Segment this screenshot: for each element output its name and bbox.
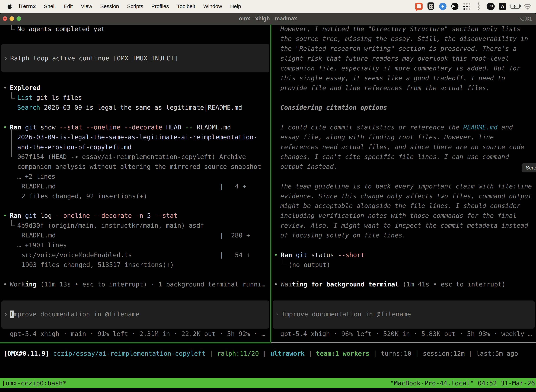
git-show-bullet: • — [3, 122, 7, 132]
inject-chevron: › — [4, 53, 8, 63]
git-log-stat-voice: src/voice/voiceModeEnabled.ts | 54 + — [21, 250, 250, 260]
menu-item-shell[interactable]: Shell — [40, 3, 60, 9]
right-prompt-text[interactable]: Improve documentation in @filename — [281, 309, 411, 319]
menu-item-toolbelt[interactable]: Toolbelt — [173, 3, 199, 9]
git-status-bullet: • — [274, 250, 278, 260]
git-show-output-line2: companion analysis without altering the … — [17, 162, 261, 172]
explored-search-line: Search 2026-03-09-is-legal-the-same-as-l… — [17, 103, 242, 112]
git-log-output-line1: 4b9d30f (origin/main, instructkr/main, m… — [17, 221, 204, 230]
git-show-filename-line1: 2026-03-09-is-legal-the-same-as-legitima… — [17, 132, 257, 142]
tree-connector — [282, 260, 286, 265]
reasoning-line: companion file, especially if more comme… — [280, 63, 520, 73]
working-status-line: Working (11m 13s • esc to interrupt) · 1… — [10, 280, 265, 289]
reasoning-line: the source tree, missing the essay. Stil… — [280, 34, 528, 44]
tree-connector — [11, 25, 15, 30]
git-status-command: Ran git status --short — [281, 250, 364, 260]
git-log-stat-readme: README.md | 280 + — [21, 230, 250, 240]
reasoning-line: might be acceptable alongside the file l… — [280, 201, 520, 211]
git-status-output: (no output) — [288, 260, 330, 270]
agents-note: No agents completed yet — [17, 24, 105, 34]
reasoning-line: this single essay, it seems like a good … — [280, 73, 505, 83]
right-prompt-chevron: › — [275, 309, 279, 319]
working-bullet: • — [3, 280, 7, 289]
menu-item-iterm2[interactable]: iTerm2 — [15, 3, 40, 9]
wifi-icon[interactable] — [523, 2, 531, 10]
left-prompt-chevron: › — [4, 309, 8, 319]
reasoning-line: provide file and line references from th… — [280, 83, 490, 93]
input-source-a-icon[interactable]: A — [498, 2, 507, 10]
menu-item-edit[interactable]: Edit — [60, 3, 77, 9]
badge-61-icon[interactable]: ..61 — [487, 3, 495, 10]
reasoning-line: evidence. Since this change only affects… — [280, 191, 532, 201]
blue-burst-icon[interactable] — [439, 2, 447, 10]
reasoning-line: the "Related research writing" section i… — [280, 44, 517, 54]
close-window-button[interactable] — [3, 16, 7, 21]
git-show-stat-readme: README.md | 4 + — [21, 182, 246, 191]
reasoning-line: changes, I can't cite specific file line… — [280, 152, 509, 162]
tmux-status-bar: [omx-cczip0:bash* "MacBook-Pro-44.local"… — [0, 378, 536, 388]
menu-item-help[interactable]: Help — [226, 3, 245, 9]
right-session-status: gpt-5.4 xhigh · 96% left · 520K in · 5.8… — [280, 329, 532, 339]
explored-title: Explored — [10, 83, 40, 93]
git-show-more-lines: … +2 lines — [17, 172, 55, 182]
tree-connector — [11, 129, 15, 157]
text-cursor: I — [10, 311, 14, 318]
window-title: omx --xhigh --madmax — [239, 15, 297, 22]
left-prompt-text[interactable]: Improve documentation in @filename — [10, 309, 139, 319]
left-session-status: gpt-5.4 xhigh · main · 91% left · 2.31M … — [10, 329, 265, 339]
menu-item-session[interactable]: Session — [96, 3, 123, 9]
menu-item-profiles[interactable]: Profiles — [147, 3, 173, 9]
menu-item-window[interactable]: Window — [199, 3, 226, 9]
tmux-session-name: [omx-cczip0:bash* — [0, 379, 67, 387]
git-log-more-lines: … +1901 lines — [17, 240, 67, 250]
waiting-status-line: Waiting for background terminal (1m 41s … — [281, 280, 506, 289]
reasoning-line: essay file, along with finding root file… — [280, 132, 494, 142]
inject-text: Ralph loop active continue [OMX_TMUX_INJ… — [10, 53, 178, 63]
git-log-stat-summary: 1903 files changed, 513517 insertions(+) — [21, 260, 174, 270]
dark-crescent-icon[interactable] — [451, 2, 459, 10]
pane-divider-vertical[interactable] — [270, 25, 271, 342]
reasoning-line: references need actual files, and since … — [280, 142, 524, 152]
menu-item-view[interactable]: View — [77, 3, 96, 9]
git-show-output-line1: 067f154 (HEAD -> essay/ai-reimplementati… — [17, 152, 246, 162]
git-log-command: Ran git log --oneline --decorate -n 5 --… — [10, 211, 178, 221]
reasoning-line: including verification notes with those … — [280, 211, 517, 221]
menu-left: iTerm2 Shell Edit View Session Scripts P… — [0, 3, 245, 9]
squiggle-icon[interactable] — [475, 2, 483, 10]
battery-charging-icon[interactable] — [511, 2, 520, 10]
explored-list-line: List git ls-files — [17, 93, 82, 103]
reasoning-line: of focusing solely on file lines. — [280, 230, 406, 240]
reasoning-line: slight risk that future readers may over… — [280, 54, 509, 63]
tree-connector — [11, 92, 15, 98]
zoom-window-button[interactable] — [17, 16, 21, 21]
menu-bar: iTerm2 Shell Edit View Session Scripts P… — [0, 0, 536, 13]
git-show-command: Ran git show --stat --oneline --decorate… — [10, 122, 231, 132]
tree-connector — [11, 220, 15, 226]
explored-bullet: • — [3, 83, 7, 93]
menu-status-icons: ..61 A — [413, 2, 536, 10]
omx-status-bar: [OMX#0.11.9] cczip/essay/ai-reimplementa… — [4, 349, 518, 359]
reasoning-line: The team guideline is to back every impo… — [280, 182, 532, 191]
screenshot-app-icon[interactable] — [415, 2, 423, 10]
reasoning-line: output instead. — [280, 162, 337, 172]
pane-divider-bottom-left — [0, 342, 270, 343]
reasoning-line: review. Also, I might want to inspect th… — [280, 221, 528, 230]
pane-divider-bottom-right — [271, 342, 536, 343]
dots-grid-icon[interactable] — [463, 2, 471, 10]
menu-item-scripts[interactable]: Scripts — [123, 3, 147, 9]
window-shortcut-badge: ⌥⌘1 — [518, 13, 532, 25]
reasoning-line: However, I noticed the "Directory Struct… — [280, 24, 520, 34]
reasoning-heading: Considering citation options — [280, 103, 387, 112]
git-log-bullet: • — [3, 211, 7, 221]
git-show-filename-line2: and-the-erosion-of-copyleft.md — [17, 142, 132, 152]
shield-grid-icon[interactable] — [427, 2, 435, 10]
apple-icon[interactable] — [7, 3, 12, 9]
screen-notification-overlay: Scre — [522, 163, 536, 172]
window-title-bar: omx --xhigh --madmax ⌥⌘1 — [0, 13, 536, 25]
minimize-window-button[interactable] — [10, 16, 14, 21]
waiting-bullet: • — [274, 280, 278, 289]
tmux-host-clock: "MacBook-Pro-44.local" 04:52 31-Mar-26 — [390, 379, 536, 387]
reasoning-line: I could cite commit statistics or refere… — [280, 122, 513, 132]
git-show-stat-summary: 2 files changed, 92 insertions(+) — [21, 191, 147, 201]
